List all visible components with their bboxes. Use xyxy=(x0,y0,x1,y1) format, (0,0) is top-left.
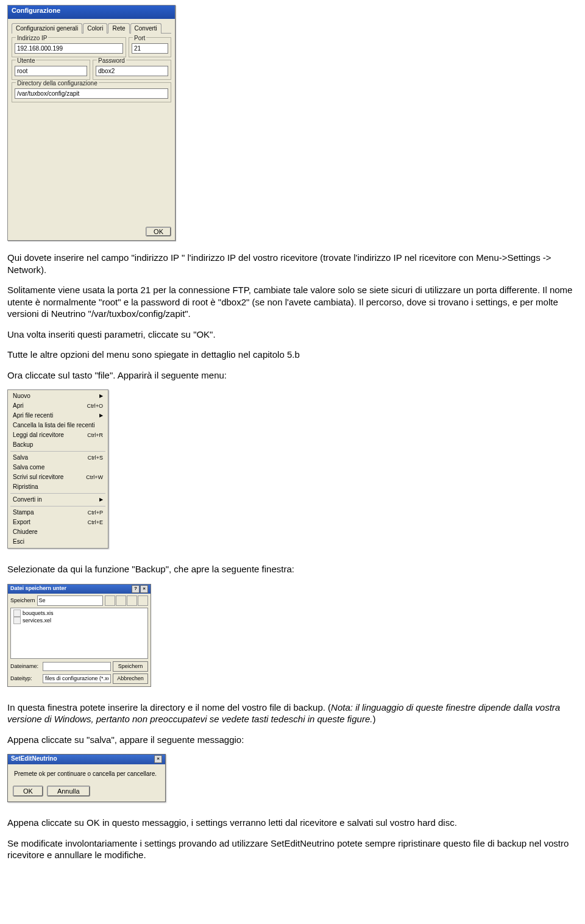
menu-item[interactable]: Salva come xyxy=(8,463,108,472)
menu-shortcut: Ctrl+S xyxy=(88,453,103,462)
menu-item-label: Export xyxy=(13,518,30,527)
menu-shortcut: Ctrl+W xyxy=(86,473,103,482)
port-fieldset: Port xyxy=(129,37,171,57)
port-label: Port xyxy=(133,35,146,41)
menu-item[interactable]: SalvaCtrl+S xyxy=(8,453,108,463)
menu-item-label: Stampa xyxy=(13,508,34,517)
file-list[interactable]: bouquets.xis services.xel xyxy=(10,608,148,659)
menu-item-label: Leggi dal ricevitore xyxy=(13,431,64,439)
menu-item-label: Apri xyxy=(13,402,24,410)
menu-shortcut: Ctrl+O xyxy=(87,402,103,410)
dir-input[interactable] xyxy=(15,88,168,99)
submenu-arrow-icon: ▶ xyxy=(99,496,103,504)
close-icon[interactable]: × xyxy=(154,755,162,763)
menu-item-label: Backup xyxy=(13,441,33,449)
lookin-value: Se xyxy=(39,597,46,603)
help-icon[interactable]: ? xyxy=(132,585,140,593)
menu-item[interactable]: ExportCtrl+E xyxy=(8,517,108,527)
lookin-label: Speichern xyxy=(10,597,35,603)
list-item[interactable]: services.xel xyxy=(13,617,145,624)
menu-item[interactable]: Ripristina xyxy=(8,482,108,492)
menu-item[interactable]: Chiudere xyxy=(8,527,108,537)
cancel-button[interactable]: Abbrechen xyxy=(113,673,148,684)
confirm-text: Premete ok per continuare o cancella per… xyxy=(8,764,165,783)
dir-label: Directory della configurazione xyxy=(16,80,99,87)
save-button[interactable]: Speichern xyxy=(113,661,148,672)
paragraph-4: Tutte le altre opzioni del menu sono spi… xyxy=(7,349,580,361)
config-dialog-title: Configurazione xyxy=(8,5,175,19)
tab-network[interactable]: Rete xyxy=(108,23,129,34)
submenu-arrow-icon: ▶ xyxy=(99,411,103,420)
dir-fieldset: Directory della configurazione xyxy=(12,82,171,102)
menu-item-label: Nuovo xyxy=(13,392,30,400)
menu-item[interactable]: Scrivi sul ricevitoreCtrl+W xyxy=(8,472,108,482)
ip-input[interactable] xyxy=(15,43,123,54)
paragraph-6: Selezionate da qui la funzione "Backup",… xyxy=(7,563,580,575)
menu-item-label: Apri file recenti xyxy=(13,411,53,420)
view-list-icon[interactable] xyxy=(127,595,137,606)
lookin-combo[interactable]: Se xyxy=(37,595,103,606)
filename-input[interactable] xyxy=(43,662,111,671)
menu-shortcut: Ctrl+R xyxy=(87,431,103,439)
pass-input[interactable] xyxy=(96,66,168,76)
menu-item-label: Scrivi sul ricevitore xyxy=(13,473,63,482)
paragraph-1: Qui dovete inserire nel campo "indirizzo… xyxy=(7,252,580,275)
menu-item-label: Salva come xyxy=(13,463,44,472)
menu-item-label: Ripristina xyxy=(13,483,38,491)
menu-item[interactable]: Leggi dal ricevitoreCtrl+R xyxy=(8,430,108,440)
type-label: Dateityp: xyxy=(10,675,41,681)
up-folder-icon[interactable] xyxy=(105,595,115,606)
tab-colors[interactable]: Colori xyxy=(83,23,107,34)
paragraph-3: Una volta inseriti questi parametri, cli… xyxy=(7,329,580,341)
port-input[interactable] xyxy=(132,43,168,54)
menu-item[interactable]: Cancella la lista dei file recenti xyxy=(8,421,108,430)
close-icon[interactable]: × xyxy=(140,585,148,593)
paragraph-9: Appena cliccate su OK in questo messaggi… xyxy=(7,817,580,829)
filename-label: Dateiname: xyxy=(10,663,41,669)
submenu-arrow-icon: ▶ xyxy=(99,392,103,400)
new-folder-icon[interactable] xyxy=(116,595,126,606)
menu-item-label: Chiudere xyxy=(13,528,38,536)
paragraph-8: Appena cliccate su "salva", appare il se… xyxy=(7,734,580,746)
menu-item[interactable]: Nuovo▶ xyxy=(8,391,108,401)
menu-shortcut: Ctrl+E xyxy=(88,518,103,527)
pass-label: Password xyxy=(97,57,126,64)
menu-item[interactable]: Backup xyxy=(8,440,108,450)
save-dialog-title: Datei speichern unter xyxy=(10,585,66,593)
ip-fieldset: Indirizzo IP xyxy=(12,37,126,57)
confirm-titlebar: SetEditNeutrino × xyxy=(8,755,165,764)
menu-item[interactable]: Apri file recenti▶ xyxy=(8,411,108,421)
menu-item[interactable]: ApriCtrl+O xyxy=(8,401,108,411)
menu-item-label: Salva xyxy=(13,453,28,462)
paragraph-7: In questa finestra potete inserire la di… xyxy=(7,702,580,725)
menu-item[interactable]: StampaCtrl+P xyxy=(8,508,108,517)
confirm-dialog: SetEditNeutrino × Premete ok per continu… xyxy=(7,754,166,802)
user-fieldset: Utente xyxy=(12,60,90,80)
ip-label: Indirizzo IP xyxy=(16,35,48,41)
tab-convert[interactable]: Converti xyxy=(130,23,161,34)
ok-button[interactable]: OK xyxy=(146,227,171,236)
file-menu: Nuovo▶ApriCtrl+OApri file recenti▶Cancel… xyxy=(7,389,108,549)
paragraph-2: Solitamente viene usata la porta 21 per … xyxy=(7,284,580,320)
file-icon xyxy=(13,609,21,617)
pass-fieldset: Password xyxy=(93,60,171,80)
config-dialog-body: Configurazioni generali Colori Rete Conv… xyxy=(8,19,175,240)
tab-general[interactable]: Configurazioni generali xyxy=(12,23,82,34)
config-dialog: Configurazione Configurazioni generali C… xyxy=(7,5,176,241)
menu-item-label: Converti in xyxy=(13,496,42,504)
type-combo[interactable] xyxy=(43,674,111,683)
list-item[interactable]: bouquets.xis xyxy=(13,609,145,617)
menu-item[interactable]: Esci xyxy=(8,537,108,547)
view-details-icon[interactable] xyxy=(138,595,148,606)
config-tabs: Configurazioni generali Colori Rete Conv… xyxy=(12,23,171,34)
file-icon xyxy=(13,617,21,624)
paragraph-10: Se modificate involontariamente i settin… xyxy=(7,837,580,861)
menu-item[interactable]: Converti in▶ xyxy=(8,495,108,505)
confirm-cancel-button[interactable]: Annulla xyxy=(47,786,90,797)
user-input[interactable] xyxy=(15,66,87,76)
confirm-ok-button[interactable]: OK xyxy=(13,786,43,797)
menu-shortcut: Ctrl+P xyxy=(88,508,103,517)
paragraph-5: Ora cliccate sul tasto "file". Apparirà … xyxy=(7,369,580,382)
confirm-title: SetEditNeutrino xyxy=(11,755,57,764)
save-dialog-titlebar: Datei speichern unter ? × xyxy=(8,585,151,594)
